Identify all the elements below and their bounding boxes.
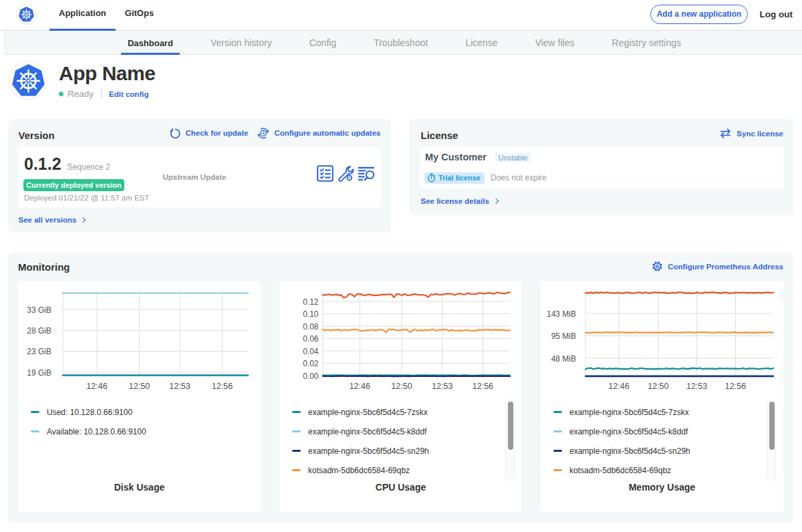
svg-text:12:46: 12:46	[350, 382, 370, 391]
svg-text:12:46: 12:46	[608, 382, 629, 391]
svg-text:33 GiB: 33 GiB	[27, 305, 51, 315]
svg-text:0.06: 0.06	[303, 334, 319, 344]
svg-text:12:53: 12:53	[169, 382, 190, 391]
svg-text:12:56: 12:56	[725, 382, 746, 391]
svg-text:12:53: 12:53	[686, 382, 707, 391]
svg-text:143 MiB: 143 MiB	[547, 309, 576, 319]
svg-text:12:53: 12:53	[432, 382, 452, 391]
svg-text:28 GiB: 28 GiB	[27, 326, 51, 336]
svg-text:0.12: 0.12	[303, 297, 319, 307]
svg-text:19 GiB: 19 GiB	[27, 368, 51, 378]
svg-text:48 MiB: 48 MiB	[551, 354, 576, 364]
svg-text:23 GiB: 23 GiB	[27, 347, 51, 356]
svg-text:0.00: 0.00	[303, 372, 319, 381]
svg-text:12:50: 12:50	[129, 382, 150, 391]
svg-text:12:46: 12:46	[86, 382, 107, 391]
svg-text:0.10: 0.10	[303, 309, 319, 319]
svg-text:12:50: 12:50	[648, 382, 668, 391]
svg-text:0.04: 0.04	[303, 347, 319, 356]
svg-text:0.02: 0.02	[303, 359, 319, 368]
svg-text:12:56: 12:56	[473, 382, 493, 391]
svg-text:0.08: 0.08	[303, 322, 319, 331]
svg-text:12:56: 12:56	[212, 382, 233, 391]
svg-text:95 MiB: 95 MiB	[551, 331, 576, 341]
svg-text:12:50: 12:50	[391, 382, 412, 391]
